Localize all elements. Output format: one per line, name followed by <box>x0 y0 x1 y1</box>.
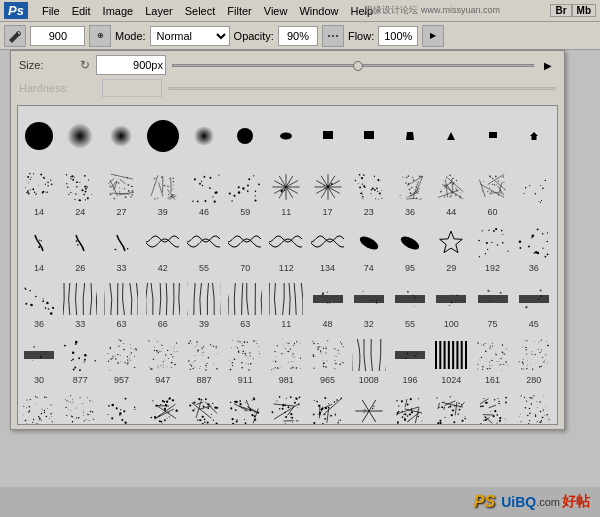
brush-cell[interactable]: 42 <box>144 220 182 275</box>
brush-cell[interactable]: 947 <box>144 332 182 387</box>
brush-cell[interactable]: 188 <box>432 388 470 425</box>
brush-cell[interactable]: 44 <box>432 164 470 219</box>
brush-cell[interactable]: 39 <box>185 276 223 331</box>
brush-cell[interactable]: 877 <box>61 332 99 387</box>
brush-cell[interactable]: 24 <box>61 164 99 219</box>
brush-cell[interactable]: 36 <box>20 276 58 331</box>
brush-cell[interactable]: 161 <box>474 332 512 387</box>
opacity-input[interactable] <box>278 26 318 46</box>
brush-cell[interactable]: 159 <box>185 388 223 425</box>
brush-cell[interactable] <box>267 108 305 163</box>
refresh-icon[interactable]: ↺ <box>80 58 90 72</box>
brush-cell[interactable]: 39 <box>144 164 182 219</box>
brush-cell[interactable]: 140 <box>144 388 182 425</box>
brush-cell[interactable]: 30 <box>20 332 58 387</box>
brush-cell[interactable]: 1008 <box>350 332 388 387</box>
menu-layer[interactable]: Layer <box>139 4 179 18</box>
size-slider[interactable] <box>172 58 534 72</box>
brush-cell[interactable]: 981 <box>267 332 305 387</box>
brush-cell[interactable]: 112 <box>267 220 305 275</box>
brush-cell[interactable]: 17 <box>309 164 347 219</box>
mb-badge[interactable]: Mb <box>572 4 596 17</box>
expand-icon[interactable]: ▶ <box>540 60 556 71</box>
menu-filter[interactable]: Filter <box>221 4 257 18</box>
airbrush-icon[interactable]: ⋯ <box>322 25 344 47</box>
brush-cell[interactable] <box>61 108 99 163</box>
brush-cell[interactable]: 150 <box>61 388 99 425</box>
menu-image[interactable]: Image <box>97 4 140 18</box>
brush-cell[interactable]: 134 <box>309 220 347 275</box>
brush-cell[interactable]: 75 <box>474 276 512 331</box>
brush-cell[interactable]: 887 <box>185 332 223 387</box>
brush-cell[interactable]: 100 <box>432 276 470 331</box>
hardness-input[interactable] <box>102 79 162 97</box>
brush-cell[interactable] <box>432 108 470 163</box>
brush-cell[interactable]: 151 <box>226 388 264 425</box>
brush-cell[interactable]: 94 <box>102 388 140 425</box>
brush-cell[interactable]: 55 <box>185 220 223 275</box>
hardness-slider[interactable] <box>168 81 556 95</box>
brush-cell[interactable]: 59 <box>226 164 264 219</box>
brush-cell[interactable]: 95 <box>391 220 429 275</box>
brush-grid-container[interactable]: 1424273946591117233644601426334255701121… <box>17 105 558 425</box>
brush-cell[interactable]: 287 <box>267 388 305 425</box>
brush-cell[interactable]: 218 <box>474 388 512 425</box>
menu-window[interactable]: Window <box>293 4 344 18</box>
menu-edit[interactable]: Edit <box>66 4 97 18</box>
brush-cell[interactable]: 36 <box>391 164 429 219</box>
brush-cell[interactable]: 299 <box>515 388 553 425</box>
brush-cell[interactable]: 27 <box>102 164 140 219</box>
brush-cell[interactable] <box>515 108 553 163</box>
mode-dropdown[interactable]: Normal Multiply Screen <box>150 26 230 46</box>
brush-cell[interactable]: 11 <box>267 164 305 219</box>
tool-option-icon[interactable]: ⊕ <box>89 25 111 47</box>
brush-cell[interactable] <box>20 108 58 163</box>
brush-size-input[interactable] <box>30 26 85 46</box>
brush-cell[interactable]: 14 <box>20 164 58 219</box>
brush-cell[interactable]: 36 <box>515 220 553 275</box>
brush-cell[interactable] <box>185 108 223 163</box>
brush-cell[interactable] <box>309 108 347 163</box>
brush-cell[interactable] <box>350 108 388 163</box>
brush-cell[interactable]: 143 <box>391 388 429 425</box>
brush-tool-icon[interactable] <box>4 25 26 47</box>
brush-cell[interactable]: 196 <box>391 332 429 387</box>
brush-cell[interactable] <box>474 108 512 163</box>
brush-cell[interactable]: 296 <box>350 388 388 425</box>
brush-cell[interactable]: 192 <box>474 220 512 275</box>
brush-cell[interactable]: 63 <box>226 276 264 331</box>
brush-cell[interactable]: 268 <box>309 388 347 425</box>
menu-select[interactable]: Select <box>179 4 222 18</box>
brush-cell[interactable]: 63 <box>102 276 140 331</box>
brush-cell[interactable]: 165 <box>20 388 58 425</box>
brush-cell[interactable]: 965 <box>309 332 347 387</box>
tablet-icon[interactable]: ▶ <box>422 25 444 47</box>
brush-cell[interactable] <box>391 108 429 163</box>
brush-cell[interactable] <box>515 164 553 219</box>
menu-view[interactable]: View <box>258 4 294 18</box>
brush-cell[interactable]: 70 <box>226 220 264 275</box>
brush-cell[interactable]: 55 <box>391 276 429 331</box>
brush-cell[interactable]: 29 <box>432 220 470 275</box>
brush-cell[interactable]: 48 <box>309 276 347 331</box>
brush-cell[interactable] <box>144 108 182 163</box>
brush-cell[interactable]: 74 <box>350 220 388 275</box>
brush-cell[interactable]: 11 <box>267 276 305 331</box>
brush-cell[interactable]: 14 <box>20 220 58 275</box>
brush-cell[interactable]: 280 <box>515 332 553 387</box>
br-badge[interactable]: Br <box>550 4 571 17</box>
brush-cell[interactable]: 32 <box>350 276 388 331</box>
brush-cell[interactable]: 957 <box>102 332 140 387</box>
brush-cell[interactable]: 33 <box>61 276 99 331</box>
brush-cell[interactable] <box>102 108 140 163</box>
brush-cell[interactable]: 1024 <box>432 332 470 387</box>
brush-cell[interactable]: 60 <box>474 164 512 219</box>
brush-cell[interactable]: 23 <box>350 164 388 219</box>
brush-cell[interactable]: 911 <box>226 332 264 387</box>
brush-cell[interactable]: 66 <box>144 276 182 331</box>
brush-cell[interactable]: 26 <box>61 220 99 275</box>
brush-cell[interactable]: 46 <box>185 164 223 219</box>
size-value-input[interactable] <box>96 55 166 75</box>
brush-cell[interactable] <box>226 108 264 163</box>
brush-cell[interactable]: 45 <box>515 276 553 331</box>
